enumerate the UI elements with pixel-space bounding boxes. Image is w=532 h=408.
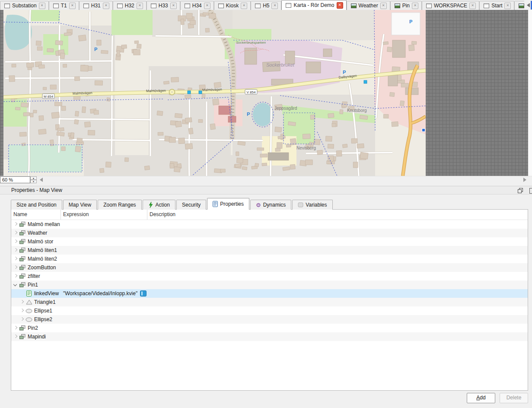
docblue-icon — [213, 201, 218, 207]
prop-tab-dynamics[interactable]: ⚙Dynamics — [250, 200, 291, 210]
map-label-knutsborg: Knutsborg — [347, 108, 367, 113]
table-row-malm-liten2[interactable]: Malmö liten2 — [11, 255, 528, 263]
selection-handle[interactable] — [422, 128, 425, 132]
map-view-object[interactable]: SockerbruketSockerbruksparkenMalmövägenM… — [3, 10, 426, 176]
column-header-expression[interactable]: Expression — [61, 210, 147, 220]
tab-close-icon[interactable]: ✕ — [241, 3, 247, 9]
tab-close-icon[interactable]: ✕ — [469, 3, 476, 9]
tree-expand-icon[interactable] — [19, 308, 25, 313]
table-row-triangle1[interactable]: Triangle1 — [11, 298, 528, 306]
prop-tab-properties[interactable]: Properties — [207, 198, 249, 210]
tab-pin[interactable]: Pin✕ — [390, 1, 422, 10]
tab-close-icon[interactable]: ✕ — [271, 3, 278, 9]
tab-close-icon[interactable]: ✕ — [380, 3, 387, 9]
row-name-cell: Triangle1 — [11, 298, 528, 306]
table-row-ellipse1[interactable]: Ellipse1 — [11, 306, 528, 315]
table-row-linkedview[interactable]: linkedView"Workspace/Videdal/Inlopp.kvie… — [11, 289, 528, 298]
tab-close-icon[interactable]: ✕ — [204, 3, 210, 9]
tab-blank[interactable] — [514, 1, 524, 10]
property-tab-strip: Size and PositionMap ViewZoom RangesActi… — [11, 198, 334, 210]
tab-substation[interactable]: Substation✕ — [0, 1, 49, 10]
tree-expand-icon[interactable] — [13, 222, 18, 227]
hscroll-left-arrow[interactable] — [40, 178, 43, 182]
tree-spacer — [19, 291, 25, 296]
tree-expand-icon[interactable] — [13, 325, 18, 331]
row-name-cell: Ellipse1 — [11, 306, 528, 315]
tab-close-icon[interactable]: ✕ — [39, 3, 45, 9]
hscroll-right-arrow[interactable] — [523, 178, 526, 182]
table-row-malm-mellan[interactable]: Malmö mellan — [11, 220, 528, 229]
tree-expand-icon[interactable] — [13, 239, 18, 244]
tree-expand-icon[interactable] — [19, 300, 25, 305]
tab-start[interactable]: Start✕ — [479, 1, 514, 10]
design-canvas[interactable]: SockerbruketSockerbruksparkenMalmövägenM… — [0, 10, 532, 176]
ellipse-icon — [25, 317, 33, 322]
tab-close-icon[interactable]: ✕ — [412, 3, 418, 9]
tree-expand-icon[interactable] — [19, 317, 25, 322]
tab-h34[interactable]: H34✕ — [180, 1, 214, 10]
info-icon[interactable] — [140, 290, 147, 296]
zoom-control: 60 % ▲ ▼ — [0, 176, 37, 183]
prop-tab-action[interactable]: Action — [143, 200, 175, 210]
tab-close-icon[interactable]: ✕ — [103, 3, 109, 9]
prop-tab-variables[interactable]: Variables — [292, 200, 332, 210]
tree-expand-icon[interactable] — [13, 256, 18, 261]
panel-edge-icon[interactable] — [529, 188, 532, 194]
table-row-weather[interactable]: Weather — [11, 229, 528, 237]
tab-close-icon[interactable]: ✕ — [337, 2, 343, 9]
table-row-zoombutton[interactable]: ZoomButton — [11, 263, 528, 272]
row-name-cell: Malmö liten2 — [11, 255, 528, 263]
tree-expand-icon[interactable] — [13, 282, 18, 287]
tree-expand-icon[interactable] — [13, 230, 18, 236]
prop-tab-label: Map View — [69, 202, 91, 208]
tab-close-icon[interactable]: ✕ — [504, 3, 511, 9]
panel-title: Properties - Map View — [11, 187, 62, 193]
tab-label: Kiosk — [226, 3, 239, 9]
tab-h31[interactable]: H31✕ — [79, 1, 113, 10]
column-header-name[interactable]: Name — [11, 210, 61, 220]
table-row-malm-stor[interactable]: Malmö stor — [11, 237, 528, 246]
prop-tab-size-and-position[interactable]: Size and Position — [11, 200, 62, 210]
prop-tab-security[interactable]: Security — [176, 200, 206, 210]
tab-close-icon[interactable]: ✕ — [137, 3, 143, 9]
tab-t1[interactable]: T1✕ — [49, 1, 79, 10]
prop-tab-zoom-ranges[interactable]: Zoom Ranges — [98, 200, 141, 210]
tree-expand-icon[interactable] — [13, 274, 18, 279]
zoom-spin-up-button[interactable]: ▲ — [30, 176, 37, 180]
tab-label: T1 — [61, 3, 67, 9]
tab-kiosk[interactable]: Kiosk✕ — [214, 1, 251, 10]
tab-h5[interactable]: H5✕ — [251, 1, 281, 10]
table-row-pin2[interactable]: Pin2 — [11, 324, 528, 332]
tab-h33[interactable]: H33✕ — [147, 1, 180, 10]
float-window-icon[interactable] — [518, 188, 522, 193]
tab-workspace[interactable]: WORKSPACE✕ — [422, 1, 479, 10]
window-icon — [255, 3, 261, 8]
map-label-sockerbruksparken: Sockerbruksparken — [236, 41, 266, 45]
picture-icon — [351, 3, 357, 8]
row-name-label: Pin2 — [27, 325, 38, 331]
docgreen-icon — [25, 290, 33, 296]
tree-expand-icon[interactable] — [13, 265, 18, 270]
add-button[interactable]: Add — [467, 393, 495, 403]
map-label-nevisborg: Nevisborg — [296, 146, 316, 150]
tree-expand-icon[interactable] — [13, 248, 18, 253]
table-row-malm-liten1[interactable]: Malmö liten1 — [11, 246, 528, 255]
table-row-ellipse2[interactable]: Ellipse2 — [11, 315, 528, 324]
tab-weather[interactable]: Weather✕ — [347, 1, 390, 10]
column-header-description[interactable]: Description — [147, 210, 528, 220]
table-row-pin1[interactable]: Pin1 — [11, 280, 528, 289]
table-row-zfilter[interactable]: zfilter — [11, 272, 528, 280]
tab-karta-r-r-demo[interactable]: Karta - Rör Demo✕ — [281, 0, 346, 10]
group-icon — [18, 239, 27, 244]
delete-button[interactable]: Delete — [500, 393, 528, 403]
tab-close-icon[interactable]: ✕ — [170, 3, 177, 9]
tab-h32[interactable]: H32✕ — [113, 1, 147, 10]
tree-expand-icon[interactable] — [13, 334, 18, 339]
group-icon — [18, 274, 27, 279]
tab-close-icon[interactable]: ✕ — [69, 3, 76, 9]
table-row-mapindi[interactable]: Mapindi — [11, 332, 528, 341]
zoom-spin-down-button[interactable]: ▼ — [30, 180, 37, 183]
zoom-level-field[interactable]: 60 % — [0, 176, 30, 183]
window-icon — [53, 3, 59, 8]
prop-tab-map-view[interactable]: Map View — [63, 200, 97, 210]
